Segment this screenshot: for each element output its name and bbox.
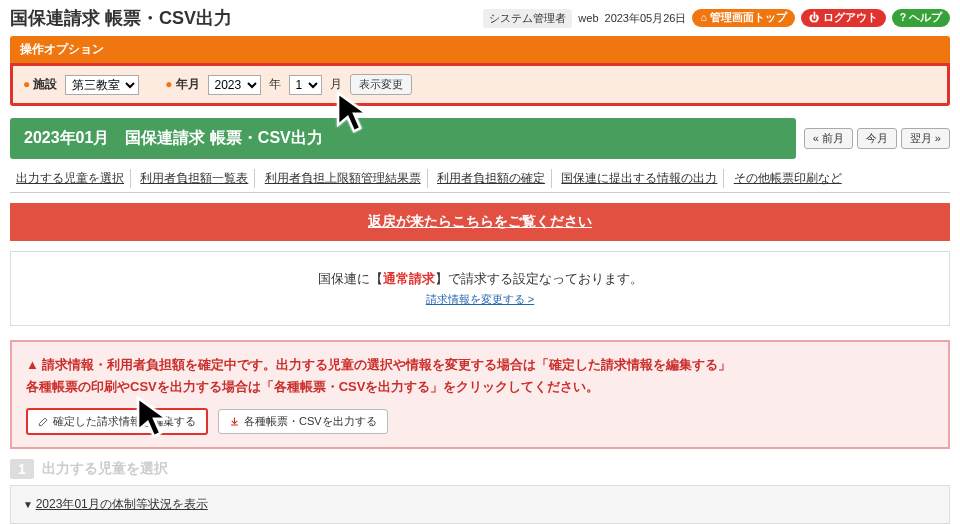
facility-label: 施設	[23, 76, 57, 93]
tab-confirm-charge[interactable]: 利用者負担額の確定	[431, 169, 552, 188]
user-name: web	[578, 12, 598, 24]
month-select[interactable]: 1	[289, 75, 322, 95]
options-body: 施設 第三教室 年月 2023 年 1 月 表示変更	[10, 63, 950, 106]
change-billing-link[interactable]: 請求情報を変更する >	[29, 292, 931, 307]
edit-icon	[38, 416, 49, 427]
year-select[interactable]: 2023	[208, 75, 261, 95]
tab-user-charge-list[interactable]: 利用者負担額一覧表	[134, 169, 255, 188]
next-month-button[interactable]: 翌月 »	[901, 128, 950, 149]
help-button[interactable]: ? ヘルプ	[892, 9, 950, 27]
warning-line-1: ▲ 請求情報・利用者負担額を確定中です。出力する児童の選択や情報を変更する場合は…	[26, 354, 934, 376]
month-suffix: 月	[330, 76, 342, 93]
page-header: 国保連請求 帳票・CSV出力 システム管理者 web 2023年05月26日 ⌂…	[0, 0, 960, 36]
tab-other-reports[interactable]: その他帳票印刷など	[728, 169, 848, 188]
status-accordion[interactable]: 2023年01月の体制等状況を表示	[10, 485, 950, 524]
output-reports-button[interactable]: 各種帳票・CSVを出力する	[218, 409, 388, 434]
apply-button[interactable]: 表示変更	[350, 74, 412, 95]
notice-emphasis: 通常請求	[383, 271, 435, 286]
home-icon: ⌂	[700, 11, 706, 23]
accordion-label[interactable]: 2023年01月の体制等状況を表示	[36, 497, 208, 511]
tab-output-info[interactable]: 国保連に提出する情報の出力	[555, 169, 724, 188]
header-right: システム管理者 web 2023年05月26日 ⌂ 管理画面トップ ⏻ ログアウ…	[483, 9, 950, 28]
step-row: 1 出力する児童を選択	[10, 459, 950, 479]
returned-banner[interactable]: 返戻が来たらこちらをご覧ください	[10, 203, 950, 241]
header-date: 2023年05月26日	[605, 11, 687, 26]
user-role: システム管理者	[483, 9, 572, 28]
this-month-button[interactable]: 今月	[857, 128, 897, 149]
tab-limit-mgmt[interactable]: 利用者負担上限額管理結果票	[259, 169, 428, 188]
facility-select[interactable]: 第三教室	[65, 75, 139, 95]
logout-button[interactable]: ⏻ ログアウト	[801, 9, 886, 27]
warning-box: ▲ 請求情報・利用者負担額を確定中です。出力する児童の選択や情報を変更する場合は…	[10, 340, 950, 449]
month-nav: « 前月 今月 翌月 »	[804, 128, 950, 149]
notice-post: 】で請求する設定なっております。	[435, 271, 643, 286]
download-icon	[229, 416, 240, 427]
year-suffix: 年	[269, 76, 281, 93]
warning-line-2: 各種帳票の印刷やCSVを出力する場合は「各種帳票・CSVを出力する」をクリックし…	[26, 376, 934, 398]
yearmonth-label: 年月	[165, 76, 199, 93]
chevron-down-icon	[23, 497, 36, 511]
admin-top-button[interactable]: ⌂ 管理画面トップ	[692, 9, 794, 27]
step-label: 出力する児童を選択	[42, 460, 168, 478]
prev-month-button[interactable]: « 前月	[804, 128, 853, 149]
help-icon: ?	[900, 11, 906, 23]
options-panel: 操作オプション 施設 第三教室 年月 2023 年 1 月 表示変更	[10, 36, 950, 106]
tab-select-children[interactable]: 出力する児童を選択	[10, 169, 131, 188]
page-title: 国保連請求 帳票・CSV出力	[10, 6, 232, 30]
notice-pre: 国保連に【	[318, 271, 383, 286]
notice-box: 国保連に【通常請求】で請求する設定なっております。 請求情報を変更する >	[10, 251, 950, 326]
tab-row: 出力する児童を選択 利用者負担額一覧表 利用者負担上限額管理結果票 利用者負担額…	[10, 165, 950, 193]
options-header: 操作オプション	[10, 36, 950, 63]
edit-confirmed-button[interactable]: 確定した請求情報を編集する	[26, 408, 208, 435]
warning-actions: 確定した請求情報を編集する 各種帳票・CSVを出力する	[26, 408, 934, 435]
step-number: 1	[10, 459, 34, 479]
period-bar: 2023年01月 国保連請求 帳票・CSV出力 « 前月 今月 翌月 »	[10, 118, 950, 159]
period-title: 2023年01月 国保連請求 帳票・CSV出力	[10, 118, 796, 159]
logout-icon: ⏻	[809, 11, 820, 23]
